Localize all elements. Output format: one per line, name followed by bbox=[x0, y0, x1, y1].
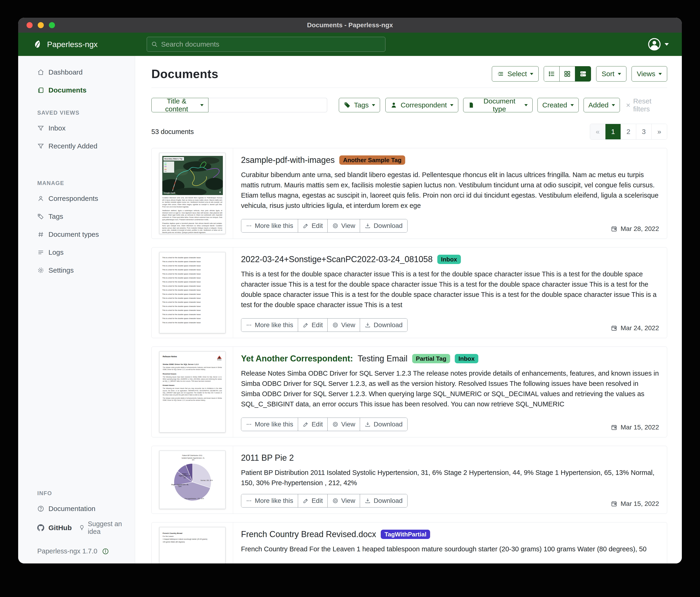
search-icon bbox=[151, 41, 158, 48]
app-window: Documents - Paperless-ngx Paperless-ngx bbox=[18, 18, 682, 564]
more-like-this-button[interactable]: More like this bbox=[241, 318, 298, 332]
saved-views-header: SAVED VIEWS bbox=[18, 110, 135, 116]
tags-filter-button[interactable]: Tags bbox=[339, 98, 380, 112]
question-circle-icon bbox=[37, 505, 44, 512]
edit-button[interactable]: Edit bbox=[298, 418, 328, 431]
sidebar-item-logs[interactable]: Logs bbox=[18, 246, 135, 259]
calendar-icon bbox=[611, 325, 617, 331]
view-button[interactable]: View bbox=[328, 318, 360, 332]
pie-chart-title: Patient BP Distribution 2011 bbox=[159, 455, 225, 456]
edit-button[interactable]: Edit bbox=[298, 219, 328, 232]
document-type-filter-button[interactable]: Document type bbox=[463, 98, 532, 112]
download-button[interactable]: Download bbox=[360, 318, 407, 332]
hash-icon bbox=[37, 231, 44, 238]
tag-badge[interactable]: Inbox bbox=[455, 354, 478, 363]
sidebar-item-recently-added[interactable]: Recently Added bbox=[18, 140, 135, 152]
document-thumbnail[interactable]: Boundary Waters Trip Google Earth bbox=[152, 148, 233, 239]
view-list-button[interactable] bbox=[544, 66, 559, 81]
info-circle-icon[interactable] bbox=[102, 548, 109, 555]
screenshot-canvas: Documents - Paperless-ngx Paperless-ngx bbox=[0, 0, 700, 597]
view-detail-button[interactable] bbox=[575, 66, 591, 81]
tag-icon bbox=[37, 213, 44, 220]
more-like-this-label: More like this bbox=[255, 222, 293, 230]
views-button[interactable]: Views bbox=[631, 66, 667, 81]
tag-badge[interactable]: Partial Tag bbox=[412, 354, 450, 363]
sidebar-item-inbox[interactable]: Inbox bbox=[18, 122, 135, 135]
sidebar-item-dashboard[interactable]: Dashboard bbox=[18, 66, 135, 79]
document-actions: More like this Edit View bbox=[241, 219, 407, 233]
more-like-this-button[interactable]: More like this bbox=[241, 494, 298, 507]
document-thumbnail[interactable]: Patient BP Distribution 2011 Isolated Sy… bbox=[152, 446, 233, 514]
tag-badge[interactable]: Another Sample Tag bbox=[339, 156, 405, 165]
filter-text-input[interactable] bbox=[208, 98, 327, 112]
sidebar-item-settings[interactable]: Settings bbox=[18, 264, 135, 277]
document-thumbnail[interactable]: Release Notes Simba Simba ODBC Driver fo… bbox=[152, 347, 233, 437]
sidebar-item-label: Documents bbox=[48, 86, 86, 94]
correspondent-filter-button[interactable]: Correspondent bbox=[385, 98, 458, 112]
document-correspondent[interactable]: Yet Another Correspondent: bbox=[241, 354, 353, 363]
chevron-down-icon bbox=[450, 104, 453, 106]
document-title[interactable]: French Country Bread Revised.docx bbox=[241, 529, 376, 539]
created-filter-button[interactable]: Created bbox=[538, 98, 579, 112]
view-button[interactable]: View bbox=[328, 494, 360, 507]
global-search[interactable] bbox=[147, 37, 385, 52]
download-button[interactable]: Download bbox=[360, 418, 407, 431]
thumb-repeated-lines: This is a test for the double space char… bbox=[159, 253, 225, 328]
suggest-idea-link[interactable]: Suggest an idea bbox=[79, 520, 135, 535]
leaf-logo-icon bbox=[33, 39, 43, 49]
user-menu[interactable] bbox=[648, 38, 669, 51]
view-button[interactable]: View bbox=[328, 418, 360, 431]
sidebar-item-tags[interactable]: Tags bbox=[18, 210, 135, 223]
close-window-button[interactable] bbox=[27, 22, 33, 28]
pagination-page-3[interactable]: 3 bbox=[636, 124, 652, 139]
sidebar-item-documents[interactable]: Documents bbox=[18, 83, 135, 97]
sidebar-item-correspondents[interactable]: Correspondents bbox=[18, 192, 135, 205]
window-controls bbox=[27, 18, 55, 33]
tag-badge[interactable]: TagWithPartial bbox=[381, 530, 430, 539]
document-title[interactable]: 2022-03-24+Sonstige+ScanPC2022-03-24_081… bbox=[241, 255, 433, 264]
view-button[interactable]: View bbox=[328, 219, 360, 232]
document-title[interactable]: 2011 BP Pie 2 bbox=[241, 453, 294, 463]
download-button[interactable]: Download bbox=[360, 494, 407, 507]
chevron-down-icon bbox=[571, 104, 574, 106]
app-brand[interactable]: Paperless-ngx bbox=[33, 39, 98, 49]
pagination-page-1[interactable]: 1 bbox=[605, 124, 621, 139]
eye-icon bbox=[332, 322, 339, 328]
edit-button[interactable]: Edit bbox=[298, 494, 328, 507]
eye-icon bbox=[332, 223, 339, 229]
document-actions: More like this Edit View bbox=[241, 494, 407, 507]
eye-icon bbox=[332, 498, 339, 504]
added-filter-button[interactable]: Added bbox=[583, 98, 620, 112]
document-title[interactable]: Testing Email bbox=[358, 354, 407, 363]
more-like-this-button[interactable]: More like this bbox=[241, 418, 298, 431]
document-thumbnail[interactable]: French Country Bread For the Leaven 1 he… bbox=[152, 522, 233, 564]
search-field-selector[interactable]: Title & content bbox=[151, 98, 208, 112]
document-card: Boundary Waters Trip Google Earth bbox=[151, 148, 667, 239]
page-title: Documents bbox=[151, 67, 219, 81]
home-icon bbox=[37, 69, 44, 76]
reset-filters-button[interactable]: × Reset filters bbox=[626, 97, 667, 113]
download-button[interactable]: Download bbox=[360, 219, 407, 232]
document-thumbnail[interactable]: This is a test for the double space char… bbox=[152, 247, 233, 338]
search-input[interactable] bbox=[161, 40, 381, 48]
minimize-window-button[interactable] bbox=[38, 22, 44, 28]
document-card: Patient BP Distribution 2011 Isolated Sy… bbox=[151, 446, 667, 514]
document-title[interactable]: 2sample-pdf-with-images bbox=[241, 155, 335, 165]
thumb-section: Known Issues bbox=[163, 384, 222, 386]
pagination-next[interactable]: » bbox=[652, 124, 667, 139]
pagination-page-2[interactable]: 2 bbox=[621, 124, 636, 139]
views-label: Views bbox=[637, 70, 655, 78]
download-icon bbox=[365, 421, 371, 427]
pagination-prev[interactable]: « bbox=[590, 124, 605, 139]
pencil-icon bbox=[303, 498, 309, 504]
more-like-this-button[interactable]: More like this bbox=[241, 219, 298, 232]
select-button[interactable]: Select bbox=[492, 66, 539, 81]
edit-button[interactable]: Edit bbox=[298, 318, 328, 332]
zoom-window-button[interactable] bbox=[49, 22, 55, 28]
tag-badge[interactable]: Inbox bbox=[437, 255, 461, 264]
view-grid-button[interactable] bbox=[559, 66, 575, 81]
sort-button[interactable]: Sort bbox=[596, 66, 626, 81]
sidebar-item-document-types[interactable]: Document types bbox=[18, 228, 135, 241]
sidebar-item-documentation[interactable]: Documentation bbox=[18, 502, 135, 515]
sidebar-item-github[interactable]: GitHub bbox=[18, 521, 72, 534]
